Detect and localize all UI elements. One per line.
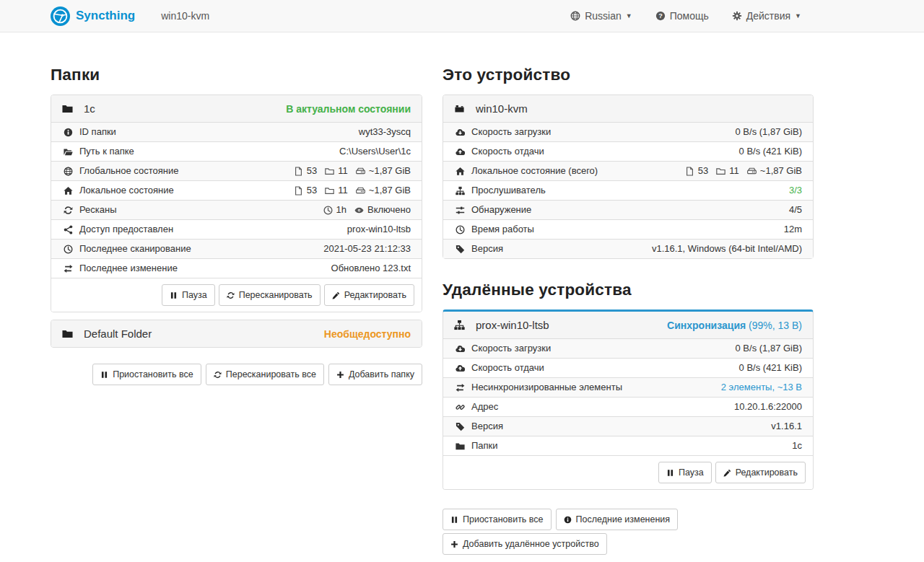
panel-table: Скорость загрузки0 B/s (1,87 GiB)Скорост… xyxy=(443,122,813,258)
button-label: Приостановить все xyxy=(463,513,544,526)
device-prox-win10-ltsb-heading[interactable]: prox-win10-ltsbСинхронизация (99%, 13 B) xyxy=(443,312,813,338)
pause-icon xyxy=(450,516,458,524)
table-row: Версияv1.16.1, Windows (64-bit Intel/AMD… xyxy=(443,239,813,258)
value-segment: Обновлено 123.txt xyxy=(331,261,411,276)
pause-all-devices-button[interactable]: Приостановить все xyxy=(443,509,552,530)
add-folder-button[interactable]: Добавить папку xyxy=(328,364,422,385)
row-value: 0 B/s (1,87 GiB) xyxy=(736,125,802,139)
sliders-icon xyxy=(454,206,466,215)
table-row: Скорость загрузки0 B/s (1,87 GiB) xyxy=(443,339,813,358)
hdd-o-icon xyxy=(747,167,757,176)
row-value-link[interactable]: 2 элементы, ~13 B xyxy=(721,380,802,395)
edit-folder-button[interactable]: Редактировать xyxy=(324,284,414,306)
pencil-icon xyxy=(332,291,340,299)
value-segment: 2021-05-23 21:12:33 xyxy=(323,242,411,256)
navbar-device-name: win10-kvm xyxy=(161,10,209,22)
plus-icon xyxy=(450,540,458,548)
value-segment: 0 B/s (421 KiB) xyxy=(739,361,802,375)
pause-folder-button[interactable]: Пауза xyxy=(162,284,215,306)
cloud-up-icon xyxy=(454,364,466,373)
value-segment: 11 xyxy=(325,164,348,178)
clock-icon xyxy=(62,245,74,254)
table-row: Ресканы1hВключено xyxy=(51,200,422,219)
folder-open-icon xyxy=(62,147,74,157)
rescan-all-folders-button[interactable]: Пересканировать все xyxy=(206,364,324,385)
value-segment: 0 B/s (421 KiB) xyxy=(739,144,802,159)
button-label: Пересканировать xyxy=(239,289,313,302)
table-row: Обнаружение4/5 xyxy=(443,200,813,219)
device-win10-kvm-panel: win10-kvmСкорость загрузки0 B/s (1,87 Gi… xyxy=(443,95,814,259)
row-label: Обнаружение xyxy=(454,203,531,217)
panel-table: ID папкиwyt33-3yscqПуть к папкеC:\Users\… xyxy=(51,122,422,278)
pause-all-folders-button[interactable]: Приостановить все xyxy=(92,364,201,385)
chevron-down-icon: ▼ xyxy=(795,12,801,19)
table-row: Скорость загрузки0 B/s (1,87 GiB) xyxy=(443,123,813,141)
info-circle-icon xyxy=(564,516,572,524)
edit-device-button[interactable]: Редактировать xyxy=(715,462,806,483)
table-row: Доступ предоставленprox-win10-ltsb xyxy=(51,219,422,239)
row-label: ID папки xyxy=(62,125,116,139)
help-menu[interactable]: ? Помощь xyxy=(655,10,709,22)
folder-o-icon xyxy=(325,186,334,196)
row-label: Локальное состояние xyxy=(62,183,174,198)
row-value: 3/3 xyxy=(789,183,802,198)
button-label: Последние изменения xyxy=(576,513,671,526)
chevron-down-icon: ▼ xyxy=(626,12,632,19)
value-segment: 53 xyxy=(685,164,708,178)
folder-1c-heading[interactable]: 1cВ актуальном состоянии xyxy=(51,95,422,122)
sitemap-icon xyxy=(454,320,465,330)
devices-column: Это устройство win10-kvmСкорость загрузк… xyxy=(443,66,814,555)
button-label: Добавить удалённое устройство xyxy=(463,537,599,550)
button-label: Редактировать xyxy=(736,466,798,479)
folders-title: Папки xyxy=(51,66,422,84)
row-value: 5311~1,87 GiB xyxy=(294,183,411,198)
link-icon xyxy=(454,403,466,412)
folder-icon xyxy=(62,328,73,339)
home-icon xyxy=(454,167,466,176)
folder-o-icon xyxy=(325,167,334,176)
add-remote-device-button[interactable]: Добавить удалённое устройство xyxy=(443,533,607,555)
row-value: 5311~1,87 GiB xyxy=(685,164,802,178)
rescan-folder-button[interactable]: Пересканировать xyxy=(219,284,321,306)
row-label: Скорость загрузки xyxy=(454,125,551,139)
question-circle-icon: ? xyxy=(655,11,666,21)
file-o-icon xyxy=(685,167,694,176)
globe-icon xyxy=(62,167,74,176)
language-menu[interactable]: Russian ▼ xyxy=(570,10,632,22)
table-row: Папки1c xyxy=(443,436,813,455)
value-segment: 0 B/s (1,87 GiB) xyxy=(736,341,802,356)
syncthing-brand[interactable]: Syncthing xyxy=(51,6,135,26)
actions-menu[interactable]: Действия ▼ xyxy=(732,10,801,22)
table-row: Путь к папкеC:\Users\User\1c xyxy=(51,141,422,161)
table-row: Версияv1.16.1 xyxy=(443,416,813,436)
pause-icon xyxy=(100,371,108,379)
pause-device-button[interactable]: Пауза xyxy=(658,462,712,483)
actions-label: Действия xyxy=(746,10,790,22)
value-segment: ~1,87 GiB xyxy=(356,183,411,198)
gear-icon xyxy=(732,11,742,21)
row-value: Обновлено 123.txt xyxy=(331,261,411,276)
row-label: Адрес xyxy=(454,400,498,414)
clock-icon xyxy=(323,206,333,215)
language-label: Russian xyxy=(585,10,622,22)
folder-default-heading[interactable]: Default FolderНеобщедоступно xyxy=(51,320,422,347)
devices-actions: Приостановить всеПоследние измененияДоба… xyxy=(443,509,814,555)
device-prox-win10-ltsb-panel: prox-win10-ltsbСинхронизация (99%, 13 B)… xyxy=(443,309,814,490)
refresh-icon xyxy=(214,371,222,379)
tag-icon xyxy=(454,245,466,254)
value-segment: 11 xyxy=(325,183,348,198)
row-label: Доступ предоставлен xyxy=(62,222,173,237)
value-segment: v1.16.1, Windows (64-bit Intel/AMD) xyxy=(652,242,802,256)
value-segment: 4/5 xyxy=(789,203,802,217)
folders-actions: Приостановить всеПересканировать всеДоба… xyxy=(51,364,422,385)
status-badge: В актуальном состоянии xyxy=(286,103,411,115)
button-label: Пересканировать все xyxy=(226,368,316,381)
tag-icon xyxy=(454,422,466,431)
recent-changes-button[interactable]: Последние изменения xyxy=(556,509,679,530)
value-segment: 1c xyxy=(792,439,802,453)
device-icon xyxy=(454,103,465,114)
row-value: 12m xyxy=(784,222,802,237)
device-win10-kvm-heading[interactable]: win10-kvm xyxy=(443,95,813,122)
panel-footer: ПаузаПересканироватьРедактировать xyxy=(51,278,422,312)
row-label: Локальное состояние (всего) xyxy=(454,164,598,178)
